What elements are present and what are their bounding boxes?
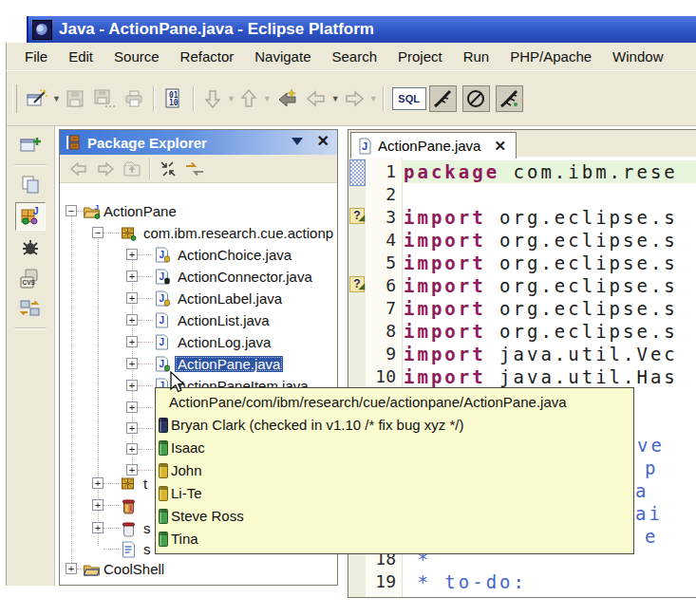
expand-toggle[interactable]: +	[126, 380, 138, 391]
open-perspective-button[interactable]	[16, 132, 45, 159]
expand-toggle[interactable]: +	[126, 271, 138, 282]
menu-item-project[interactable]: Project	[387, 46, 453, 67]
link-with-editor-button[interactable]	[181, 157, 208, 181]
tree-connector	[138, 364, 153, 364]
expand-toggle[interactable]: +	[66, 563, 77, 574]
tree-item-label[interactable]: CoolShell	[101, 561, 167, 577]
back-dropdown[interactable]: ▼	[331, 94, 340, 103]
expand-toggle[interactable]: +	[126, 292, 138, 304]
last-edit-location-button[interactable]	[273, 84, 301, 113]
tree-item-label[interactable]: ActionChoice.java	[175, 247, 294, 263]
tree-item-actionpane-java[interactable]: +JActionPane.java	[60, 355, 337, 375]
code-line-7[interactable]: 7import org.eclipse.s	[348, 297, 696, 320]
tree-item-actionlabel-java[interactable]: +JActionLabel.java	[60, 289, 337, 309]
move-down-button[interactable]	[200, 84, 225, 113]
quill-icon	[432, 88, 453, 109]
annotate-tool-1-button[interactable]	[429, 85, 457, 112]
tree-item-label[interactable]: ActionList.java	[175, 312, 273, 328]
tree-item-label[interactable]: ActionLabel.java	[175, 290, 285, 307]
code-line-8[interactable]: 8import org.eclipse.s	[348, 320, 696, 343]
tree-item-label[interactable]: com.ibm.research.cue.actionp	[141, 225, 336, 241]
forward-button[interactable]	[341, 84, 367, 113]
code-line-9[interactable]: 9import java.util.Vec	[348, 343, 696, 365]
team-sync-perspective-button[interactable]	[16, 295, 45, 322]
menu-item-navigate[interactable]: Navigate	[244, 46, 321, 67]
expand-toggle[interactable]: +	[92, 499, 103, 511]
code-line-2[interactable]: 2	[348, 183, 696, 206]
menu-item-php-apache[interactable]: PHP/Apache	[499, 46, 602, 67]
sql-button[interactable]: SQL	[392, 87, 426, 110]
tree-item-actionpane[interactable]: −JActionPane	[60, 202, 337, 222]
code-line-3[interactable]: 3import org.eclipse.s	[348, 206, 696, 229]
tree-item-actionlog-java[interactable]: +JActionLog.java	[60, 333, 337, 353]
tree-item-label[interactable]: ActionPane	[101, 203, 179, 219]
expand-toggle[interactable]: +	[92, 522, 103, 533]
tab-actionpane-java[interactable]: J ActionPane.java ✕	[350, 132, 517, 159]
tree-item-label[interactable]: ActionPane.java	[175, 356, 283, 372]
expand-toggle[interactable]: +	[126, 443, 138, 455]
menu-item-window[interactable]: Window	[602, 46, 673, 67]
expand-toggle[interactable]: +	[126, 401, 138, 413]
new-wizard-dropdown[interactable]: ▼	[52, 94, 61, 103]
new-wizard-button[interactable]	[24, 84, 50, 113]
back-button[interactable]	[303, 84, 329, 113]
save-icon	[64, 87, 86, 110]
expand-toggle[interactable]: +	[126, 249, 138, 260]
line-number: 8	[362, 320, 396, 343]
tree-item-actionlist-java[interactable]: +JActionList.java	[60, 311, 337, 331]
debug-perspective-button[interactable]	[16, 234, 45, 261]
tree-item-label[interactable]: s	[141, 541, 154, 557]
menu-item-edit[interactable]: Edit	[58, 46, 103, 67]
print-button[interactable]	[121, 84, 147, 113]
menu-item-refactor[interactable]: Refactor	[170, 46, 245, 67]
java-perspective-button[interactable]: J	[15, 202, 46, 231]
menu-item-search[interactable]: Search	[321, 46, 387, 67]
forward-dropdown[interactable]: ▼	[369, 94, 378, 103]
annotate-tool-3-button[interactable]	[496, 85, 523, 112]
expand-toggle[interactable]: +	[126, 422, 138, 434]
tree-item-actionchoice-java[interactable]: +JActionChoice.java	[60, 246, 337, 266]
annotate-tool-2-button[interactable]	[462, 85, 490, 112]
view-back-button[interactable]	[66, 157, 92, 181]
tree-item-com-ibm-research-cue-actionp[interactable]: −com.ibm.research.cue.actionp	[60, 224, 337, 244]
resource-perspective-button[interactable]	[16, 172, 45, 198]
code-line-5[interactable]: 5import org.eclipse.s	[348, 252, 696, 274]
collapse-toggle[interactable]: −	[92, 227, 103, 238]
menu-item-run[interactable]: Run	[453, 46, 500, 67]
view-menu-dropdown-icon[interactable]	[292, 138, 303, 145]
move-up-dropdown[interactable]: ▼	[263, 94, 272, 103]
tree-item-coolshell[interactable]: +CoolShell	[60, 560, 337, 580]
collapse-all-button[interactable]	[155, 157, 181, 181]
cvs-perspective-button[interactable]: CVS	[16, 265, 45, 291]
tab-close-icon[interactable]: ✕	[494, 138, 506, 155]
move-down-dropdown[interactable]: ▼	[227, 94, 235, 103]
view-up-button[interactable]	[119, 157, 145, 181]
java-file-icon: J	[153, 269, 172, 285]
code-line-4[interactable]: 4import org.eclipse.s	[348, 229, 696, 252]
collapse-toggle[interactable]: −	[66, 205, 77, 216]
line-number: 4	[362, 229, 396, 252]
package-explorer-header: Package Explorer ✕	[60, 130, 337, 155]
expand-toggle[interactable]: +	[126, 358, 138, 369]
save-all-button[interactable]	[90, 84, 119, 113]
code-line-19[interactable]: 19 * to-do:	[348, 570, 696, 593]
menu-item-file[interactable]: File	[14, 46, 58, 67]
view-close-icon[interactable]: ✕	[317, 132, 329, 150]
tree-item-label[interactable]: s	[141, 520, 154, 536]
expand-toggle[interactable]: +	[126, 314, 138, 326]
code-line-1[interactable]: 1package com.ibm.rese	[348, 160, 696, 183]
move-up-button[interactable]	[236, 84, 261, 113]
tree-item-label[interactable]: t	[141, 476, 150, 492]
save-button[interactable]	[62, 84, 88, 113]
show-segments-button[interactable]: 01 10	[160, 84, 187, 113]
last-edit-location-icon	[274, 87, 299, 110]
tree-item-label[interactable]: ActionLog.java	[175, 334, 273, 350]
expand-toggle[interactable]: +	[92, 477, 103, 489]
tree-item-actionconnector-java[interactable]: +JActionConnector.java	[60, 268, 337, 288]
code-line-6[interactable]: 6import org.eclipse.s	[348, 274, 696, 297]
tree-item-label[interactable]: ActionConnector.java	[175, 269, 315, 285]
menu-item-source[interactable]: Source	[103, 46, 170, 67]
expand-toggle[interactable]: +	[126, 336, 138, 347]
view-forward-button[interactable]	[92, 157, 119, 181]
code-line-10[interactable]: 10import java.util.Has	[348, 365, 696, 388]
